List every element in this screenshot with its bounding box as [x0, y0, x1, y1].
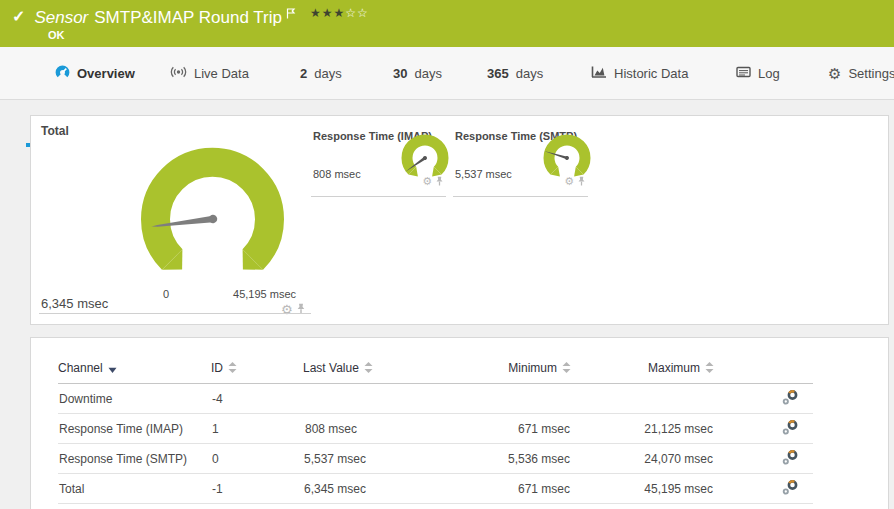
live-data-icon — [170, 66, 187, 81]
sort-both-icon — [705, 362, 714, 376]
tab-2-days-label: days — [314, 66, 341, 81]
cell-id: -1 — [211, 474, 303, 504]
tab-30-days[interactable]: 30 days — [393, 47, 442, 99]
tab-settings[interactable]: ⚙ Settings — [828, 47, 894, 99]
tab-30-days-number: 30 — [393, 66, 407, 81]
table-header-row: Channel ID Last Value Minimum Maximum — [58, 361, 813, 384]
sensor-status-header: ✓ Sensor SMTP&IMAP Round Trip ★★★☆☆ OK — [0, 0, 894, 47]
historic-chart-icon — [591, 65, 607, 81]
star-filled-icon[interactable]: ★ — [322, 6, 334, 20]
tab-30-days-label: days — [414, 66, 441, 81]
tab-2-days-number: 2 — [300, 66, 307, 81]
sort-desc-icon — [108, 362, 117, 376]
cell-last-value — [303, 384, 358, 414]
log-icon — [736, 66, 751, 81]
gauge-settings-gear-icon[interactable]: ⚙ — [422, 176, 432, 187]
sensor-kind-label: Sensor — [34, 7, 88, 29]
cell-maximum: 45,195 msec — [571, 474, 714, 504]
table-row[interactable]: Downtime -4 — [58, 384, 813, 414]
star-empty-icon[interactable]: ☆ — [357, 6, 369, 20]
tab-settings-label: Settings — [848, 66, 894, 81]
cell-last-value: 5,537 msec — [303, 444, 358, 474]
gauge-settings-gear-icon[interactable]: ⚙ — [564, 176, 574, 187]
total-gauge[interactable] — [136, 143, 291, 293]
tab-log-label: Log — [758, 66, 780, 81]
cell-minimum: 671 msec — [358, 474, 571, 504]
total-card-divider — [39, 313, 311, 314]
column-header-maximum[interactable]: Maximum — [571, 361, 714, 384]
cell-maximum — [571, 384, 714, 414]
gauges-panel: Total 0 45,195 msec 6,345 msec ⚙ Respons… — [30, 115, 889, 325]
total-gauge-scale-min: 0 — [156, 288, 176, 300]
status-badge: OK — [48, 29, 65, 41]
tab-365-days-label: days — [516, 66, 543, 81]
cell-last-value: 808 msec — [303, 414, 358, 444]
sort-both-icon — [562, 362, 571, 376]
channels-panel: Channel ID Last Value Minimum Maximum — [30, 337, 889, 509]
column-header-id[interactable]: ID — [211, 361, 303, 384]
column-header-last-value[interactable]: Last Value — [303, 361, 358, 384]
total-gauge-value: 6,345 msec — [41, 296, 108, 311]
cell-minimum: 671 msec — [358, 414, 571, 444]
star-empty-icon[interactable]: ☆ — [345, 6, 357, 20]
cell-maximum: 24,070 msec — [571, 444, 714, 474]
cell-channel: Response Time (IMAP) — [58, 414, 211, 444]
gauge-icon — [55, 65, 70, 82]
table-row[interactable]: Response Time (SMTP) 0 5,537 msec 5,536 … — [58, 444, 813, 474]
star-filled-icon[interactable]: ★ — [310, 6, 322, 20]
channel-table: Channel ID Last Value Minimum Maximum — [58, 361, 813, 504]
edit-channel-icon[interactable] — [782, 424, 799, 438]
total-gauge-label: Total — [41, 124, 69, 138]
smtp-gauge-card[interactable]: Response Time (SMTP) 5,537 msec ⚙ — [453, 128, 588, 197]
column-header-minimum[interactable]: Minimum — [358, 361, 571, 384]
tab-365-days-number: 365 — [487, 66, 509, 81]
gauge-pin-icon[interactable] — [296, 300, 306, 318]
tab-bar: Overview Live Data 2 days 30 days 365 da… — [0, 47, 894, 100]
cell-last-value: 6,345 msec — [303, 474, 358, 504]
gauge-pin-icon[interactable] — [577, 172, 586, 190]
sort-both-icon — [228, 362, 237, 376]
edit-channel-icon[interactable] — [782, 454, 799, 468]
imap-gauge-card[interactable]: Response Time (IMAP) 808 msec ⚙ — [311, 128, 446, 197]
edit-channel-icon[interactable] — [782, 394, 799, 408]
table-row[interactable]: Total -1 6,345 msec 671 msec 45,195 msec — [58, 474, 813, 504]
edit-channel-icon[interactable] — [782, 484, 799, 498]
cell-id: -4 — [211, 384, 303, 414]
tab-overview-label: Overview — [77, 66, 135, 81]
sort-both-icon — [364, 362, 373, 376]
prtg-sensor-page: ✓ Sensor SMTP&IMAP Round Trip ★★★☆☆ OK O… — [0, 0, 894, 509]
total-gauge-scale-max: 45,195 msec — [226, 288, 296, 300]
tab-live-data[interactable]: Live Data — [170, 47, 249, 99]
cell-channel: Total — [58, 474, 211, 504]
smtp-gauge-value: 5,537 msec — [455, 168, 512, 180]
priority-stars[interactable]: ★★★☆☆ — [310, 6, 369, 20]
cell-channel: Downtime — [58, 384, 211, 414]
column-header-minimum-label: Minimum — [508, 361, 557, 375]
imap-gauge-value: 808 msec — [313, 168, 361, 180]
tab-overview[interactable]: Overview — [55, 47, 135, 99]
tab-log[interactable]: Log — [736, 47, 780, 99]
column-header-channel[interactable]: Channel — [58, 361, 211, 384]
priority-flag-icon[interactable] — [286, 5, 296, 23]
tab-2-days[interactable]: 2 days — [300, 47, 342, 99]
tab-historic-data-label: Historic Data — [614, 66, 688, 81]
cell-id: 0 — [211, 444, 303, 474]
sensor-title: SMTP&IMAP Round Trip — [94, 7, 282, 29]
tab-365-days[interactable]: 365 days — [487, 47, 543, 99]
column-header-maximum-label: Maximum — [648, 361, 700, 375]
cell-id: 1 — [211, 414, 303, 444]
gear-icon: ⚙ — [828, 66, 841, 81]
star-filled-icon[interactable]: ★ — [334, 6, 346, 20]
column-header-id-label: ID — [211, 361, 223, 375]
status-check-icon: ✓ — [12, 7, 25, 27]
cell-channel: Response Time (SMTP) — [58, 444, 211, 474]
cell-minimum: 5,536 msec — [358, 444, 571, 474]
cell-minimum — [358, 384, 571, 414]
cell-maximum: 21,125 msec — [571, 414, 714, 444]
table-row[interactable]: Response Time (IMAP) 1 808 msec 671 msec… — [58, 414, 813, 444]
tab-historic-data[interactable]: Historic Data — [591, 47, 688, 99]
tab-live-data-label: Live Data — [194, 66, 249, 81]
column-header-actions — [714, 361, 813, 384]
column-header-last-value-label: Last Value — [303, 361, 359, 375]
gauge-pin-icon[interactable] — [435, 172, 444, 190]
